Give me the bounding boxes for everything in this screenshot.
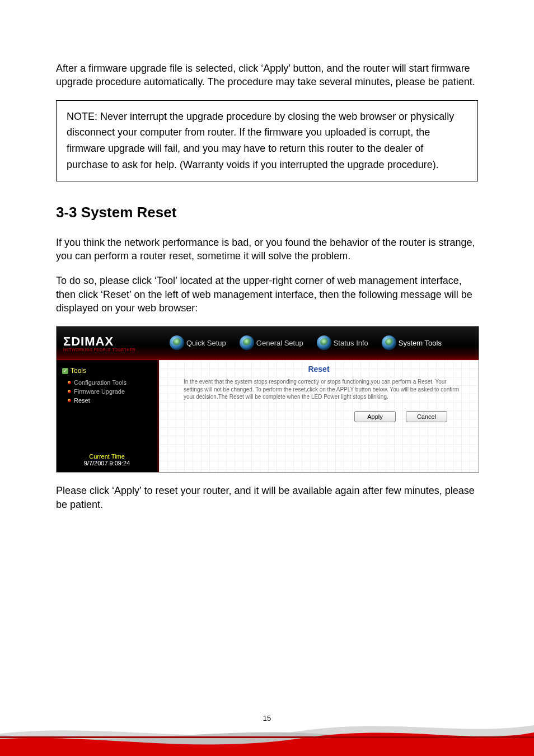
brand-logo-text: ΣDIMAX	[63, 334, 158, 349]
footer-wave-graphic	[0, 706, 534, 756]
tab-label: Status Info	[334, 339, 368, 347]
apply-button[interactable]: Apply	[354, 411, 396, 422]
button-row: Apply Cancel	[168, 411, 447, 422]
sidebar-item-reset[interactable]: Reset	[68, 397, 157, 404]
tab-label: General Setup	[256, 339, 303, 347]
globe-icon	[382, 335, 396, 350]
content-description: In the event that the system stops respo…	[184, 378, 466, 401]
tab-system-tools[interactable]: System Tools	[382, 335, 442, 350]
content-panel: Reset In the event that the system stops…	[159, 360, 479, 472]
tab-quick-setup[interactable]: Quick Setup	[170, 335, 226, 350]
ui-body: ✓ Tools Configuration Tools Firmware Upg…	[57, 360, 479, 472]
sidebar-item-label: Firmware Upgrade	[74, 388, 125, 395]
brand-tagline: NETWORKING PEOPLE TOGETHER	[63, 348, 158, 352]
current-time-value: 9/7/2007 9:09:24	[62, 460, 152, 466]
bullet-icon	[68, 381, 71, 384]
closing-paragraph: Please click ‘Apply’ to reset your route…	[56, 484, 478, 511]
tab-label: System Tools	[399, 339, 442, 347]
globe-icon	[317, 335, 331, 350]
top-tabs: Quick Setup General Setup Status Info Sy…	[170, 335, 442, 350]
globe-icon	[240, 335, 254, 350]
manual-page: After a firmware upgrade file is selecte…	[0, 0, 534, 756]
check-icon: ✓	[62, 368, 68, 374]
ui-header: ΣDIMAX NETWORKING PEOPLE TOGETHER Quick …	[57, 326, 479, 360]
cancel-button[interactable]: Cancel	[406, 411, 447, 422]
content-title: Reset	[168, 365, 470, 374]
intro-paragraph: After a firmware upgrade file is selecte…	[56, 62, 478, 89]
svg-rect-0	[0, 736, 534, 738]
tab-general-setup[interactable]: General Setup	[240, 335, 303, 350]
section-heading: 3-3 System Reset	[56, 204, 478, 221]
sidebar: ✓ Tools Configuration Tools Firmware Upg…	[57, 360, 159, 472]
sidebar-item-config-tools[interactable]: Configuration Tools	[68, 379, 157, 386]
note-box: NOTE: Never interrupt the upgrade proced…	[56, 100, 478, 181]
sidebar-item-label: Configuration Tools	[74, 379, 127, 386]
globe-icon	[170, 335, 184, 350]
tab-status-info[interactable]: Status Info	[317, 335, 368, 350]
sidebar-heading: ✓ Tools	[62, 367, 157, 375]
tab-label: Quick Setup	[186, 339, 226, 347]
page-number: 15	[0, 714, 534, 722]
brand-logo: ΣDIMAX NETWORKING PEOPLE TOGETHER	[57, 334, 158, 352]
paragraph-2: If you think the network performance is …	[56, 236, 478, 263]
sidebar-item-firmware[interactable]: Firmware Upgrade	[68, 388, 157, 395]
sidebar-heading-label: Tools	[71, 367, 86, 375]
bullet-icon	[68, 390, 71, 393]
sidebar-item-label: Reset	[74, 397, 90, 404]
router-admin-ui: ΣDIMAX NETWORKING PEOPLE TOGETHER Quick …	[56, 326, 479, 473]
current-time-label: Current Time	[62, 453, 152, 460]
bullet-icon	[68, 399, 71, 402]
paragraph-3: To do so, please click ‘Tool’ located at…	[56, 274, 478, 315]
